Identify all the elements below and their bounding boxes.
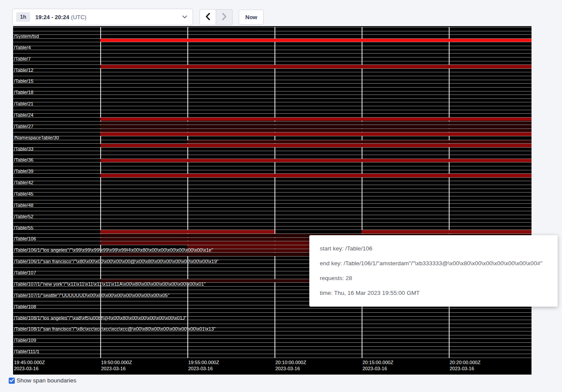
- span-row-label: /Table/106/1/"los angeles"/"\x99\x99\x99…: [14, 247, 213, 253]
- range-text: 19:24 - 20:24: [35, 14, 69, 20]
- tooltip-line-time: time: Thu, 16 Mar 2023 19:55:00 GMT: [320, 288, 547, 297]
- heat-band: [362, 230, 532, 233]
- heat-band: [100, 65, 532, 68]
- tooltip-line-requests: requests: 28: [320, 274, 547, 283]
- now-button[interactable]: Now: [239, 10, 264, 25]
- span-row-label: /Table/45: [14, 191, 34, 197]
- span-row-label: /Table/42: [14, 179, 34, 186]
- checkbox-label: Show span boundaries: [17, 377, 76, 384]
- span-row-label: /Table/108/1/"san francisco"/"\x8c\xcc\x…: [14, 326, 216, 332]
- axis-date-label: 2023-03-16: [188, 365, 219, 372]
- chevron-left-icon: [205, 13, 210, 22]
- heat-band: [100, 230, 274, 233]
- time-range-select[interactable]: 1h 19:24 - 20:24 (UTC): [12, 9, 193, 25]
- column-boundary-line: [187, 27, 188, 358]
- heat-band: [187, 140, 532, 144]
- span-row-label: /Table/39: [14, 168, 34, 174]
- prev-time-button[interactable]: [200, 9, 216, 25]
- toolbar: 1h 19:24 - 20:24 (UTC) Now: [0, 0, 562, 26]
- heat-band: [100, 125, 532, 128]
- axis-date-label: 2023-03-16: [275, 365, 306, 372]
- axis-tick: 19:45:00.000Z2023-03-16: [14, 359, 45, 372]
- column-boundary-line: [362, 27, 362, 358]
- chevron-down-icon: [182, 15, 187, 19]
- span-row-label: /Table/7: [14, 56, 31, 62]
- axis-time-label: 20:10:00.000Z: [275, 359, 306, 365]
- column-boundary-line: [274, 27, 275, 358]
- heat-band: [100, 144, 532, 147]
- span-row-label: /Table/48: [14, 202, 34, 208]
- heat-band: [100, 39, 532, 42]
- span-row-label: /Table/108/1/"los angeles"/"\xa8\xf5\u00…: [14, 315, 186, 321]
- axis-tick: 20:10:00.000Z2023-03-16: [275, 359, 306, 372]
- axis-time-label: 20:15:00.000Z: [362, 359, 393, 365]
- heatmap-gridlines: [13, 27, 532, 358]
- axis-time-label: 19:55:00.000Z: [188, 359, 219, 365]
- span-row-label: /Table/18: [14, 89, 34, 95]
- next-time-button[interactable]: [216, 9, 233, 25]
- span-row-label: /Table/33: [14, 146, 34, 152]
- heat-band: [100, 159, 532, 162]
- axis-date-label: 2023-03-16: [362, 365, 393, 372]
- tooltip-line-start-key: start key: /Table/106: [320, 244, 547, 253]
- tooltip-line-end-key: end key: /Table/106/1/"amsterdam"/"\xb33…: [320, 259, 547, 268]
- span-row-label: /Table/21: [14, 101, 34, 107]
- span-row-label: /Table/106/1/"san francisco"/"\x80\x00\x…: [14, 258, 219, 264]
- span-row-label: /Table/27: [14, 123, 34, 129]
- span-row-label: /Table/4: [14, 44, 31, 51]
- span-tooltip: start key: /Table/106end key: /Table/106…: [309, 235, 558, 307]
- span-row-label: /NamespaceTable/30: [14, 135, 59, 141]
- heat-band: [100, 129, 532, 132]
- span-row-label: /Table/52: [14, 213, 34, 220]
- axis-date-label: 2023-03-16: [14, 365, 45, 372]
- heat-band: [100, 118, 532, 121]
- chevron-right-icon: [222, 13, 227, 22]
- axis-time-label: 19:50:00.000Z: [101, 359, 132, 365]
- span-row-label: /Table/24: [14, 112, 34, 118]
- axis-tick: 20:20:00.000Z2023-03-16: [450, 359, 481, 372]
- span-row-label: /Table/106: [14, 236, 36, 242]
- span-row-label: /Table/55: [14, 225, 34, 231]
- axis-time-label: 20:20:00.000Z: [450, 359, 481, 365]
- axis-tick: 19:50:00.000Z2023-03-16: [101, 359, 132, 372]
- span-row-label: /Table/15: [14, 78, 34, 84]
- checkbox-checked-icon[interactable]: [9, 378, 15, 384]
- span-row-label: /Table/107/1/"new york"/"\x11\x11\x11\x1…: [14, 281, 206, 287]
- column-boundary-line: [100, 27, 101, 358]
- range-zone: (UTC): [71, 14, 86, 20]
- axis-date-label: 2023-03-16: [101, 365, 132, 372]
- span-row-label: /Table/111/1: [14, 348, 39, 355]
- span-row-label: /System/tsd: [14, 33, 39, 39]
- span-row-label: /Table/107/1/"seattle"/"UUUUUUD\x00\x80\…: [14, 292, 169, 298]
- axis-tick: 19:55:00.000Z2023-03-16: [188, 359, 219, 372]
- heat-band: [100, 122, 532, 125]
- range-preset-badge: 1h: [16, 12, 30, 22]
- axis-date-label: 2023-03-16: [450, 365, 481, 372]
- span-row-label: /Table/36: [14, 157, 34, 163]
- span-row-label: /Table/12: [14, 67, 34, 73]
- key-visualizer-canvas[interactable]: /System/tsd/Table/4/Table/7/Table/12/Tab…: [13, 26, 532, 375]
- heat-band: [100, 174, 532, 177]
- axis-tick: 20:15:00.000Z2023-03-16: [362, 359, 393, 372]
- show-span-boundaries-control[interactable]: Show span boundaries: [9, 377, 76, 384]
- column-boundary-line: [449, 27, 450, 358]
- span-row-label: /Table/107: [14, 270, 36, 276]
- span-row-label: /Table/109: [14, 337, 36, 343]
- axis-time-label: 19:45:00.000Z: [14, 359, 45, 365]
- span-row-label: /Table/108: [14, 304, 36, 310]
- heat-band: [100, 132, 532, 136]
- time-nav-group: [200, 9, 233, 25]
